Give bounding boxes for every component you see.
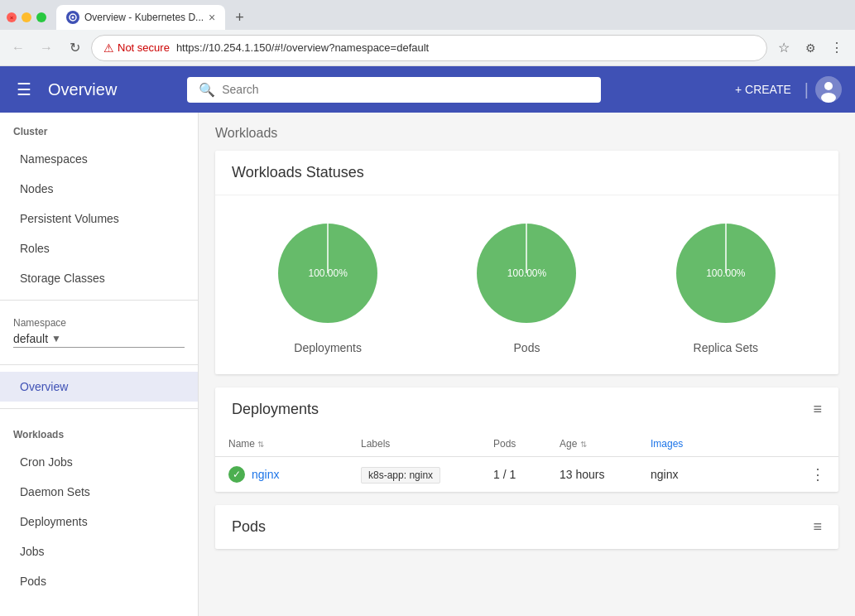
pie-deployments: 100.00%	[270, 215, 386, 331]
sidebar-divider-3	[0, 408, 198, 409]
bookmark-button[interactable]: ☆	[772, 36, 795, 60]
row-name-cell: ✓ nginx	[228, 466, 361, 483]
chart-deployments-label: Deployments	[294, 341, 362, 354]
chart-pods: 100.00% Pods	[468, 215, 584, 354]
deployments-table-header: Name ⇅ Labels Pods Age ⇅ Images	[215, 431, 838, 457]
back-button[interactable]: ←	[7, 36, 30, 60]
url-text: https://10.254.1.150/#!/overview?namespa…	[176, 41, 429, 54]
window-minimize-btn[interactable]	[22, 12, 31, 22]
chart-replicasets-label: Replica Sets	[694, 341, 759, 354]
table-row: ✓ nginx k8s-app: nginx 1 / 1 13 hours ng…	[215, 457, 838, 492]
browser-chrome: × Overview - Kubernetes D... × + ← → ↻ ⚠…	[0, 0, 855, 66]
window-close-btn[interactable]: ×	[7, 12, 17, 22]
tab-title: Overview - Kubernetes D...	[84, 12, 204, 23]
hamburger-menu-button[interactable]: ☰	[13, 76, 35, 103]
active-tab[interactable]: Overview - Kubernetes D... ×	[56, 5, 225, 30]
page-title: Overview	[48, 80, 117, 99]
pie-pods: 100.00%	[468, 215, 584, 331]
row-age-cell: 13 hours	[560, 468, 651, 481]
pie-pods-svg	[468, 215, 584, 331]
content-area: Workloads Workloads Statuses 100.00%	[199, 113, 855, 616]
sidebar-item-persistent-volumes[interactable]: Persistent Volumes	[0, 204, 198, 233]
warning-icon: ⚠	[103, 41, 114, 55]
tab-close-btn[interactable]: ×	[209, 11, 215, 24]
namespace-value: default	[13, 332, 48, 345]
svg-point-2	[72, 17, 74, 19]
menu-button[interactable]: ⋮	[825, 36, 848, 60]
row-pods-cell: 1 / 1	[493, 468, 560, 481]
namespace-section: Namespace default ▼	[0, 307, 198, 358]
top-bar: ☰ Overview 🔍 + CREATE |	[0, 66, 855, 113]
row-actions-cell[interactable]: ⋮	[792, 465, 825, 484]
sidebar-divider-1	[0, 300, 198, 301]
account-icon	[815, 76, 842, 103]
extensions-button[interactable]: ⚙	[799, 36, 822, 60]
namespace-dropdown-icon[interactable]: ▼	[51, 333, 61, 344]
search-bar: 🔍	[187, 77, 601, 103]
main: Cluster Namespaces Nodes Persistent Volu…	[0, 113, 855, 616]
namespace-label: Namespace	[13, 317, 185, 329]
svg-point-4	[824, 82, 833, 90]
statuses-card-header: Workloads Statuses	[215, 151, 838, 195]
label-chip: k8s-app: nginx	[361, 467, 440, 484]
deployments-card-title: Deployments	[232, 401, 319, 418]
app: ☰ Overview 🔍 + CREATE | Cluster Namespac…	[0, 66, 855, 616]
status-charts: 100.00% Deployments 100.00%	[215, 195, 838, 374]
create-button[interactable]: + CREATE	[728, 78, 798, 101]
pie-replicasets: 100.00%	[668, 215, 784, 331]
sidebar-item-overview[interactable]: Overview	[0, 372, 198, 402]
search-input[interactable]	[222, 83, 589, 96]
reload-button[interactable]: ↻	[63, 36, 86, 60]
not-secure-text: Not secure	[118, 41, 170, 54]
sidebar-item-cron-jobs[interactable]: Cron Jobs	[0, 447, 198, 477]
hamburger-icon: ☰	[17, 79, 31, 99]
deployments-card-header-row: Deployments ≡	[215, 387, 838, 431]
forward-button[interactable]: →	[35, 36, 58, 60]
cluster-section-label: Cluster	[0, 113, 198, 144]
search-icon: 🔍	[199, 82, 215, 98]
workloads-section-label: Workloads	[0, 416, 198, 447]
age-sort-icon[interactable]: ⇅	[580, 440, 587, 449]
pods-filter-icon[interactable]: ≡	[813, 518, 822, 536]
address-bar[interactable]: ⚠ Not secure https://10.254.1.150/#!/ove…	[91, 35, 767, 61]
sidebar-item-storage-classes[interactable]: Storage Classes	[0, 263, 198, 293]
sidebar-item-jobs[interactable]: Jobs	[0, 537, 198, 566]
sidebar-item-nodes[interactable]: Nodes	[0, 174, 198, 204]
namespace-selector[interactable]: default ▼	[13, 332, 185, 348]
pods-card-title: Pods	[232, 518, 266, 536]
security-warning: ⚠ Not secure	[103, 41, 170, 55]
workloads-section-title: Workloads	[215, 126, 838, 141]
sidebar-item-roles[interactable]: Roles	[0, 233, 198, 263]
pie-deployments-svg	[270, 215, 386, 331]
sidebar-item-namespaces[interactable]: Namespaces	[0, 144, 198, 174]
sidebar: Cluster Namespaces Nodes Persistent Volu…	[0, 113, 199, 616]
tab-favicon	[66, 11, 79, 24]
browser-actions: ☆ ⚙ ⋮	[772, 36, 848, 60]
sidebar-item-deployments[interactable]: Deployments	[0, 507, 198, 537]
chart-replicasets: 100.00% Replica Sets	[668, 215, 784, 354]
col-header-name: Name ⇅	[228, 438, 361, 450]
browser-nav: ← → ↻ ⚠ Not secure https://10.254.1.150/…	[0, 30, 855, 66]
col-header-labels: Labels	[361, 438, 493, 450]
deployment-name-link[interactable]: nginx	[252, 468, 279, 481]
col-header-images: Images	[651, 438, 792, 450]
new-tab-button[interactable]: +	[228, 6, 251, 30]
col-header-age: Age ⇅	[560, 438, 651, 450]
filter-icon[interactable]: ≡	[813, 401, 822, 418]
top-bar-right: + CREATE |	[728, 76, 842, 103]
col-header-pods: Pods	[493, 438, 560, 450]
row-more-icon[interactable]: ⋮	[810, 466, 825, 483]
sidebar-item-daemon-sets[interactable]: Daemon Sets	[0, 477, 198, 507]
row-labels-cell: k8s-app: nginx	[361, 468, 493, 481]
divider: |	[805, 80, 809, 99]
sidebar-divider-2	[0, 364, 198, 365]
statuses-card: Workloads Statuses 100.00% Deployments	[215, 151, 838, 374]
name-sort-icon[interactable]: ⇅	[257, 440, 264, 449]
sidebar-item-pods[interactable]: Pods	[0, 566, 198, 596]
pods-card: Pods ≡	[215, 505, 838, 549]
browser-tabs: × Overview - Kubernetes D... × +	[0, 0, 855, 30]
account-button[interactable]	[815, 76, 842, 103]
deployments-card: Deployments ≡ Name ⇅ Labels Pods Age ⇅	[215, 387, 838, 492]
window-maximize-btn[interactable]	[36, 12, 46, 22]
chart-deployments: 100.00% Deployments	[270, 215, 386, 354]
